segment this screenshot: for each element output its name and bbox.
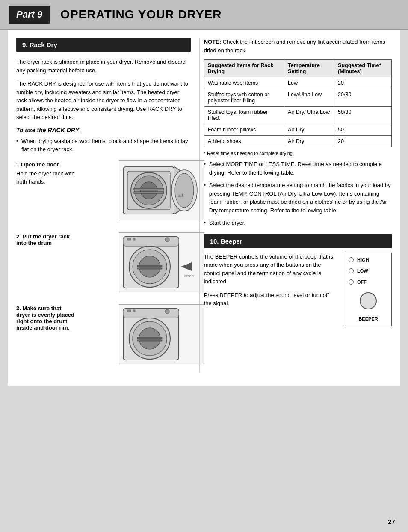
step2-label: 2. Put the dryer rack into the drum [16, 233, 76, 246]
page-number: 27 [388, 518, 395, 525]
beeper-para1: The BEEPER controls the volume of the be… [204, 253, 338, 286]
table-cell-temp: Air Dry [284, 124, 334, 136]
beeper-off-row: OFF [349, 279, 388, 285]
main-content: 9. Rack Dry The dryer rack is shipped in… [8, 30, 400, 386]
beeper-content: The BEEPER controls the volume of the be… [204, 253, 392, 326]
step1-text-col: 1.Open the door. Hold the dryer rack wit… [16, 157, 76, 186]
left-column: 9. Rack Dry The dryer rack is shipped in… [16, 38, 199, 373]
right-bullet1: Select MORE TIME or LESS TIME. Reset tim… [204, 160, 392, 177]
step1-label: 1.Open the door. [16, 161, 76, 168]
table-cell-item: Washable wool items [204, 77, 284, 89]
table-cell-time: 50 [334, 124, 392, 136]
note-bold: NOTE: [204, 39, 221, 45]
table-row: Stuffed toys with cotton or polyester fi… [204, 89, 391, 107]
step3-text-col: 3. Make sure that dryer is evenly placed… [16, 301, 76, 333]
svg-marker-20 [181, 262, 192, 271]
off-label: OFF [357, 279, 367, 285]
dryer-svg-1: rack [121, 163, 202, 218]
svg-text:rack: rack [177, 193, 184, 198]
step1-row: 1.Open the door. Hold the dryer rack wit… [16, 157, 191, 224]
table-row: Washable wool itemsLow20 [204, 77, 391, 89]
svg-point-8 [175, 173, 194, 208]
beeper-diagram: HIGH LOW OFF BEEPER [345, 253, 392, 326]
dryer-illustration-2: insert [119, 232, 204, 292]
beeper-section: 10. Beeper The BEEPER controls the volum… [204, 234, 392, 326]
svg-text:insert: insert [184, 274, 194, 278]
off-radio [349, 279, 354, 285]
table-cell-temp: Low/Ultra Low [284, 89, 334, 107]
note-text: Check the lint screen and remove any lin… [204, 39, 385, 53]
page-title: OPERATING YOUR DRYER [60, 8, 222, 21]
table-cell-time: 20 [334, 136, 392, 147]
beeper-knob-label: BEEPER [358, 316, 378, 321]
svg-rect-13 [133, 238, 135, 240]
step1-image: rack [80, 157, 204, 224]
table-row: Stuffed toys, foam rubber filled.Air Dry… [204, 107, 391, 124]
low-label: LOW [357, 268, 368, 273]
beeper-text-col: The BEEPER controls the volume of the be… [204, 253, 338, 326]
dryer-illustration-3 [119, 304, 204, 364]
table-cell-item: Foam rubber pillows [204, 124, 284, 136]
footnote: * Reset time as needed to complete dryin… [204, 151, 392, 156]
svg-rect-11 [123, 237, 179, 246]
bullet1: When drying washable wool items, block a… [16, 137, 191, 154]
page: Part 9 OPERATING YOUR DRYER 9. Rack Dry … [0, 0, 408, 532]
page-header: Part 9 OPERATING YOUR DRYER [0, 0, 408, 30]
table-cell-item: Stuffed toys, foam rubber filled. [204, 107, 284, 124]
rack-table: Suggested Items for Rack Drying Temperat… [204, 59, 392, 147]
table-cell-item: Athletic shoes [204, 136, 284, 147]
low-radio [349, 268, 354, 273]
right-column: NOTE: Check the lint screen and remove a… [199, 38, 392, 373]
table-header-col3: Suggested Time* (Minutes) [334, 60, 392, 77]
section1-para1: The dryer rack is shipped in place in yo… [16, 58, 191, 74]
part-label: Part 9 [9, 6, 50, 24]
table-cell-temp: Low [284, 77, 334, 89]
note-paragraph: NOTE: Check the lint screen and remove a… [204, 38, 392, 54]
table-header-col2: Temperature Setting [284, 60, 334, 77]
svg-rect-24 [127, 310, 131, 312]
high-radio [349, 257, 354, 262]
beeper-knob[interactable] [360, 292, 377, 309]
svg-point-26 [165, 309, 169, 314]
svg-rect-12 [127, 238, 131, 240]
table-cell-time: 20/30 [334, 89, 392, 107]
right-bullet2: Select the desired temperature setting t… [204, 181, 392, 214]
svg-rect-19 [137, 268, 162, 269]
high-label: HIGH [357, 257, 369, 262]
svg-rect-18 [137, 265, 162, 267]
svg-rect-6 [134, 192, 164, 193]
step3-label: 3. Make sure that dryer is evenly placed… [16, 305, 76, 331]
svg-point-14 [165, 238, 169, 242]
beeper-para2: Press BEEPER to adjust the sound level o… [204, 291, 338, 308]
svg-rect-5 [134, 188, 164, 190]
step2-text-col: 2. Put the dryer rack into the drum [16, 229, 76, 248]
beeper-high-row: HIGH [349, 257, 388, 262]
svg-rect-23 [123, 309, 179, 318]
table-row: Athletic shoesAir Dry20 [204, 136, 391, 147]
step2-image: insert [80, 229, 204, 296]
section1-heading: 9. Rack Dry [16, 38, 191, 52]
table-header-col1: Suggested Items for Rack Drying [204, 60, 284, 77]
step1-text: Hold the dryer rack with both hands. [16, 169, 76, 186]
svg-point-4 [140, 182, 157, 199]
beeper-low-row: LOW [349, 268, 388, 273]
svg-rect-31 [137, 340, 162, 341]
step3-image [80, 301, 204, 368]
table-row: Foam rubber pillowsAir Dry50 [204, 124, 391, 136]
section2-heading: 10. Beeper [204, 234, 392, 248]
table-cell-time: 20 [334, 77, 392, 89]
section1-para2: The RACK DRY is designed for use with it… [16, 80, 191, 122]
dryer-illustration-1: rack [119, 160, 204, 220]
table-cell-temp: Air Dry/ Ultra Low [284, 107, 334, 124]
step2-row: 2. Put the dryer rack into the drum [16, 229, 191, 296]
use-heading: To use the RACK DRY [16, 127, 191, 134]
dryer-svg-3 [121, 306, 202, 362]
table-cell-temp: Air Dry [284, 136, 334, 147]
table-cell-time: 50/30 [334, 107, 392, 124]
svg-rect-30 [137, 337, 162, 339]
dryer-svg-2: insert [121, 235, 202, 290]
right-bullet3: Start the dryer. [204, 219, 392, 227]
step3-row: 3. Make sure that dryer is evenly placed… [16, 301, 191, 368]
table-cell-item: Stuffed toys with cotton or polyester fi… [204, 89, 284, 107]
svg-rect-25 [133, 310, 135, 312]
